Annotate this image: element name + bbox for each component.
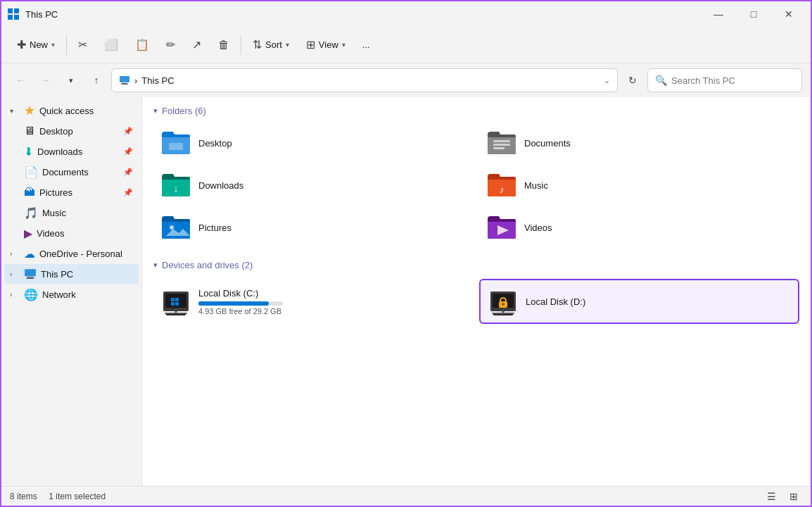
copy-icon: ⬜ — [104, 38, 118, 51]
grid-view-button[interactable]: ⊞ — [785, 488, 802, 505]
item-count: 8 items — [10, 492, 37, 501]
new-button[interactable]: ✚ New ▾ — [10, 32, 62, 58]
sidebar-item-pictures[interactable]: 🏔 Pictures 📌 — [4, 182, 139, 202]
drives-chevron: ▾ — [153, 261, 158, 270]
this-pc-sidebar-icon — [24, 268, 37, 280]
onedrive-icon: ☁ — [24, 247, 35, 261]
address-bar: ← → ▾ ↑ › This PC ⌄ ↻ 🔍 — [1, 63, 811, 97]
drive-c-icon — [160, 286, 191, 317]
sidebar-item-desktop[interactable]: 🖥 Desktop 📌 — [4, 121, 139, 141]
status-bar: 8 items 1 item selected ☰ ⊞ — [1, 486, 811, 506]
search-box[interactable]: 🔍 — [647, 68, 802, 92]
close-button[interactable]: ✕ — [773, 4, 805, 24]
svg-rect-13 — [493, 147, 505, 149]
drives-grid: Local Disk (C:) 4.93 GB free of 29.2 GB — [153, 279, 799, 324]
main-area: ▾ ★ Quick access 🖥 Desktop 📌 ⬇ Downloads… — [1, 97, 811, 486]
folder-desktop[interactable]: Desktop — [153, 125, 474, 161]
network-chevron: › — [10, 291, 20, 299]
folders-section-title[interactable]: ▾ Folders (6) — [153, 106, 799, 116]
forward-button[interactable]: → — [35, 70, 56, 91]
folder-pictures[interactable]: Pictures — [153, 209, 474, 246]
svg-rect-31 — [492, 313, 514, 314]
rename-icon: ✏ — [166, 38, 175, 51]
status-left: 8 items 1 item selected — [10, 492, 106, 501]
sidebar-item-documents[interactable]: 📄 Documents 📌 — [4, 162, 139, 182]
sort-button[interactable]: ⇅ Sort ▾ — [246, 32, 296, 58]
breadcrumb-this-pc: This PC — [141, 75, 174, 86]
maximize-button[interactable]: □ — [737, 4, 770, 24]
breadcrumb-separator: › — [134, 75, 137, 86]
status-right: ☰ ⊞ — [763, 488, 802, 505]
view-button[interactable]: ⊞ View ▾ — [299, 32, 353, 58]
cut-button[interactable]: ✂ — [71, 32, 94, 58]
drive-d[interactable]: Local Disk (D:) — [479, 279, 799, 324]
paste-button[interactable]: 📋 — [128, 32, 156, 58]
search-icon: 🔍 — [655, 75, 667, 86]
view-icon: ⊞ — [306, 38, 315, 51]
title-bar: This PC — □ ✕ — [1, 1, 811, 27]
pin-icon-documents: 📌 — [123, 168, 133, 177]
svg-rect-10 — [169, 143, 183, 150]
delete-button[interactable]: 🗑 — [211, 32, 236, 58]
share-button[interactable]: ↗ — [185, 32, 208, 58]
svg-rect-12 — [493, 144, 510, 146]
svg-rect-26 — [175, 302, 179, 306]
svg-rect-22 — [165, 313, 187, 314]
folder-downloads[interactable]: ↓ Downloads — [153, 167, 474, 204]
sidebar-item-downloads[interactable]: ⬇ Downloads 📌 — [4, 142, 139, 161]
address-path[interactable]: › This PC ⌄ — [111, 68, 618, 92]
copy-button[interactable]: ⬜ — [97, 32, 125, 58]
pin-icon-pictures: 📌 — [123, 188, 133, 197]
list-view-button[interactable]: ☰ — [763, 488, 780, 505]
drives-section-title[interactable]: ▾ Devices and drives (2) — [153, 260, 799, 270]
drives-section: ▾ Devices and drives (2) — [153, 260, 799, 324]
svg-rect-9 — [26, 278, 34, 279]
sidebar-item-music[interactable]: 🎵 Music — [4, 203, 139, 223]
folder-music[interactable]: ♪ Music — [479, 167, 799, 204]
sidebar-item-onedrive[interactable]: › ☁ OneDrive - Personal — [4, 244, 139, 263]
search-input[interactable] — [671, 75, 794, 86]
svg-rect-1 — [14, 8, 19, 13]
pin-icon-desktop: 📌 — [123, 127, 133, 136]
svg-rect-23 — [171, 298, 175, 301]
drive-c-name: Local Disk (C:) — [198, 288, 283, 299]
folders-grid: Desktop Documents — [153, 125, 799, 246]
pictures-folder-svg — [160, 215, 191, 240]
drive-d-info: Local Disk (D:) — [526, 296, 585, 307]
pictures-folder-icon: 🏔 — [24, 186, 35, 199]
new-icon: ✚ — [17, 38, 26, 51]
address-dropdown-icon[interactable]: ⌄ — [604, 76, 610, 85]
folder-videos[interactable]: Videos — [479, 209, 799, 246]
more-button[interactable]: ... — [355, 32, 377, 58]
recent-button[interactable]: ▾ — [61, 70, 82, 91]
svg-rect-4 — [120, 76, 129, 82]
svg-rect-7 — [25, 269, 36, 276]
drive-c-bar-fill — [198, 301, 269, 306]
svg-point-20 — [175, 310, 177, 313]
svg-rect-6 — [121, 84, 128, 84]
svg-rect-0 — [8, 8, 13, 13]
up-button[interactable]: ↑ — [86, 70, 107, 91]
drive-c[interactable]: Local Disk (C:) 4.93 GB free of 29.2 GB — [153, 279, 474, 324]
sidebar: ▾ ★ Quick access 🖥 Desktop 📌 ⬇ Downloads… — [1, 97, 142, 486]
svg-text:↓: ↓ — [174, 183, 179, 194]
sidebar-item-network[interactable]: › 🌐 Network — [4, 284, 139, 304]
music-folder-svg: ♪ — [486, 173, 517, 198]
this-pc-chevron-sidebar: › — [10, 270, 20, 278]
sidebar-quick-access[interactable]: ▾ ★ Quick access — [4, 101, 139, 120]
refresh-button[interactable]: ↻ — [622, 70, 643, 91]
sidebar-item-videos[interactable]: ▶ Videos — [4, 223, 139, 243]
onedrive-chevron: › — [10, 250, 20, 258]
drive-c-free: 4.93 GB free of 29.2 GB — [198, 307, 283, 315]
rename-button[interactable]: ✏ — [159, 32, 182, 58]
sidebar-item-this-pc[interactable]: › This PC — [4, 264, 139, 284]
network-icon: 🌐 — [24, 288, 38, 301]
window-icon — [7, 8, 20, 20]
minimize-button[interactable]: — — [702, 4, 735, 24]
sort-icon: ⇅ — [253, 38, 262, 51]
toolbar-separator-2 — [241, 35, 241, 55]
star-icon: ★ — [24, 103, 35, 118]
quick-access-chevron: ▾ — [10, 107, 20, 115]
back-button[interactable]: ← — [10, 70, 31, 91]
folder-documents[interactable]: Documents — [479, 125, 799, 161]
